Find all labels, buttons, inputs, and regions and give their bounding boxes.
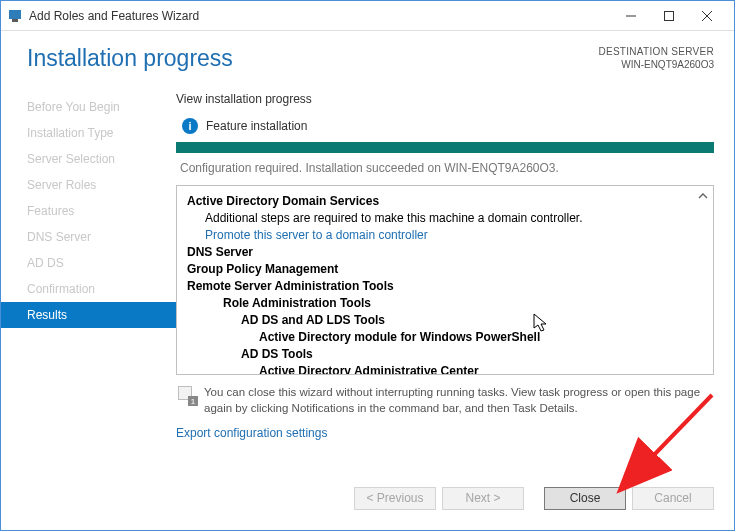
result-dns: DNS Server [187, 243, 709, 260]
svg-rect-1 [12, 19, 18, 22]
next-button: Next > [442, 487, 524, 510]
previous-button: < Previous [354, 487, 436, 510]
sidebar-item-installation-type: Installation Type [1, 120, 176, 146]
sidebar-item-confirmation: Confirmation [1, 276, 176, 302]
sidebar: Before You Begin Installation Type Serve… [1, 92, 176, 480]
sidebar-item-ad-ds: AD DS [1, 250, 176, 276]
status-text: Configuration required. Installation suc… [176, 161, 714, 175]
export-settings-link[interactable]: Export configuration settings [176, 422, 714, 440]
section-heading: View installation progress [176, 92, 714, 106]
sidebar-item-dns-server: DNS Server [1, 224, 176, 250]
svg-rect-0 [9, 10, 21, 19]
close-window-button[interactable] [688, 2, 726, 30]
destination-block: DESTINATION SERVER WIN-ENQT9A260O3 [598, 45, 714, 71]
svg-rect-3 [665, 11, 674, 20]
result-adac: Active Directory Administrative Center [187, 362, 709, 375]
result-adds-title: Active Directory Domain Services [187, 192, 709, 209]
promote-link[interactable]: Promote this server to a domain controll… [205, 228, 428, 242]
flag-icon: 1 [178, 386, 196, 404]
body: Before You Begin Installation Type Serve… [1, 80, 734, 480]
maximize-button[interactable] [650, 2, 688, 30]
sidebar-item-features: Features [1, 198, 176, 224]
info-icon: i [182, 118, 198, 134]
cancel-button: Cancel [632, 487, 714, 510]
note-row: 1 You can close this wizard without inte… [176, 375, 714, 422]
main-panel: View installation progress i Feature ins… [176, 92, 714, 480]
wizard-window: Add Roles and Features Wizard Installati… [0, 0, 735, 531]
footer: < Previous Next > Close Cancel [1, 480, 734, 530]
sidebar-item-server-selection: Server Selection [1, 146, 176, 172]
scroll-up-icon[interactable] [695, 188, 711, 204]
result-admod: Active Directory module for Windows Powe… [187, 328, 709, 345]
destination-value: WIN-ENQT9A260O3 [598, 58, 714, 71]
result-rsat: Remote Server Administration Tools [187, 277, 709, 294]
window-title: Add Roles and Features Wizard [29, 9, 612, 23]
result-addstools: AD DS Tools [187, 345, 709, 362]
header: Installation progress DESTINATION SERVER… [1, 31, 734, 80]
sidebar-item-server-roles: Server Roles [1, 172, 176, 198]
destination-label: DESTINATION SERVER [598, 45, 714, 58]
result-adlds: AD DS and AD LDS Tools [187, 311, 709, 328]
app-icon [7, 8, 23, 24]
feature-row: i Feature installation [176, 118, 714, 134]
titlebar: Add Roles and Features Wizard [1, 1, 734, 31]
page-title: Installation progress [27, 45, 598, 72]
note-text: You can close this wizard without interr… [204, 385, 712, 416]
result-rat: Role Administration Tools [187, 294, 709, 311]
progress-bar [176, 142, 714, 153]
result-gpm: Group Policy Management [187, 260, 709, 277]
sidebar-item-before-you-begin: Before You Begin [1, 94, 176, 120]
feature-label: Feature installation [206, 119, 307, 133]
minimize-button[interactable] [612, 2, 650, 30]
sidebar-item-results[interactable]: Results [1, 302, 176, 328]
close-button[interactable]: Close [544, 487, 626, 510]
results-box[interactable]: Active Directory Domain Services Additio… [176, 185, 714, 375]
result-adds-sub: Additional steps are required to make th… [187, 209, 709, 226]
